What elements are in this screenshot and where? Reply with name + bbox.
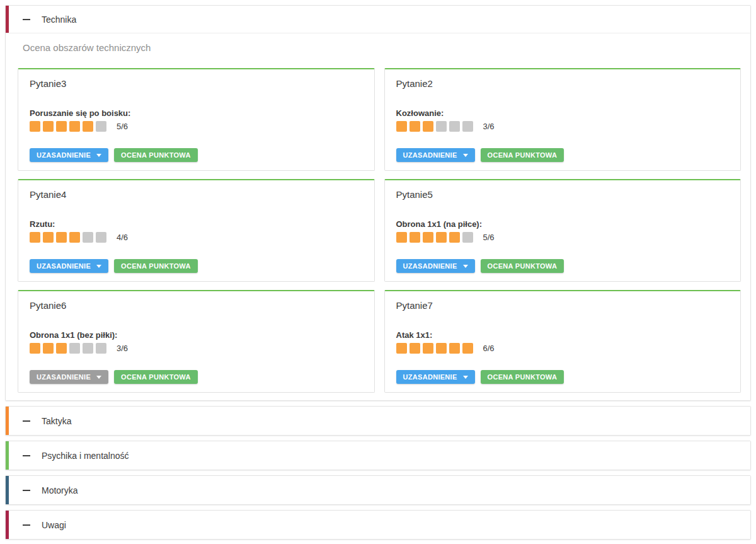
accent-bar [6, 407, 9, 435]
rating-square-empty[interactable] [83, 343, 93, 354]
rating-square-filled[interactable] [30, 343, 40, 354]
rating-square-empty[interactable] [83, 232, 93, 243]
rating-row: 5/6 [396, 232, 730, 243]
question-card: Pytanie7 Atak 1x1: 6/6 UZASADNIENIE OCEN… [384, 290, 742, 393]
rating-square-filled[interactable] [423, 121, 433, 132]
dropdown-caret-icon [463, 154, 468, 157]
section-header-technika[interactable]: Technika [6, 6, 750, 33]
rating-square-filled[interactable] [30, 121, 40, 132]
ocena-punktowa-button-label: OCENA PUNKTOWA [488, 151, 558, 159]
rating-square-filled[interactable] [43, 232, 54, 243]
question-card-title: Pytanie7 [396, 300, 730, 311]
dropdown-caret-icon [96, 265, 101, 268]
rating-square-filled[interactable] [56, 343, 67, 354]
ocena-punktowa-button[interactable]: OCENA PUNKTOWA [114, 148, 198, 162]
uzasadnienie-button-label: UZASADNIENIE [403, 373, 457, 381]
rating-square-filled[interactable] [423, 343, 433, 354]
rating-square-filled[interactable] [410, 343, 420, 354]
section-title: Psychika i mentalność [42, 451, 129, 461]
ocena-punktowa-button[interactable]: OCENA PUNKTOWA [481, 370, 564, 384]
rating-row: 3/6 [396, 121, 730, 132]
rating-square-filled[interactable] [396, 121, 407, 132]
question-label: Kozłowanie: [396, 108, 730, 118]
rating-square-filled[interactable] [43, 121, 54, 132]
card-actions: UZASADNIENIE OCENA PUNKTOWA [30, 259, 363, 273]
section-title: Motoryka [42, 485, 78, 495]
rating-row: 5/6 [30, 121, 363, 132]
section-header-motoryka[interactable]: Motoryka [6, 476, 750, 504]
rating-square-filled[interactable] [410, 232, 420, 243]
collapse-minus-icon [23, 455, 30, 456]
question-label: Rzutu: [30, 219, 363, 229]
rating-square-filled[interactable] [462, 343, 473, 354]
accent-bar [6, 511, 9, 539]
uzasadnienie-button[interactable]: UZASADNIENIE [30, 259, 108, 273]
uzasadnienie-button[interactable]: UZASADNIENIE [396, 259, 475, 273]
rating-square-filled[interactable] [43, 343, 54, 354]
section-title: Technika [42, 14, 76, 25]
rating-square-filled[interactable] [69, 232, 80, 243]
rating-square-empty[interactable] [96, 343, 106, 354]
section-title: Uwagi [42, 520, 66, 530]
rating-square-filled[interactable] [436, 232, 447, 243]
rating-score: 6/6 [483, 344, 495, 353]
uzasadnienie-button[interactable]: UZASADNIENIE [396, 370, 475, 384]
rating-square-filled[interactable] [30, 232, 40, 243]
collapse-minus-icon [23, 524, 30, 526]
rating-square-filled[interactable] [396, 232, 407, 243]
rating-score: 5/6 [117, 122, 128, 131]
rating-square-empty[interactable] [96, 121, 106, 132]
rating-score: 3/6 [483, 122, 495, 131]
rating-squares [396, 343, 476, 354]
rating-squares [30, 232, 109, 243]
rating-square-filled[interactable] [449, 232, 460, 243]
rating-squares [30, 343, 109, 354]
rating-row: 6/6 [396, 343, 730, 354]
rating-square-filled[interactable] [410, 121, 420, 132]
rating-square-filled[interactable] [436, 343, 447, 354]
ocena-punktowa-button[interactable]: OCENA PUNKTOWA [481, 148, 564, 162]
uzasadnienie-button[interactable]: UZASADNIENIE [30, 370, 108, 384]
card-actions: UZASADNIENIE OCENA PUNKTOWA [30, 370, 363, 384]
ocena-punktowa-button-label: OCENA PUNKTOWA [488, 262, 558, 270]
ocena-punktowa-button[interactable]: OCENA PUNKTOWA [114, 259, 198, 273]
ocena-punktowa-button-label: OCENA PUNKTOWA [121, 151, 191, 159]
ocena-punktowa-button[interactable]: OCENA PUNKTOWA [114, 370, 198, 384]
section-header-uwagi[interactable]: Uwagi [6, 511, 750, 539]
rating-square-empty[interactable] [449, 121, 460, 132]
accordion-section-motoryka: Motoryka [5, 475, 751, 505]
question-card-title: Pytanie3 [30, 78, 363, 89]
rating-square-empty[interactable] [69, 343, 80, 354]
rating-square-filled[interactable] [56, 232, 67, 243]
ocena-punktowa-button[interactable]: OCENA PUNKTOWA [481, 259, 564, 273]
section-header-taktyka[interactable]: Taktyka [6, 407, 750, 435]
rating-square-empty[interactable] [436, 121, 447, 132]
uzasadnienie-button[interactable]: UZASADNIENIE [396, 148, 475, 162]
section-header-psychika[interactable]: Psychika i mentalność [6, 441, 750, 470]
rating-square-empty[interactable] [462, 232, 473, 243]
rating-square-filled[interactable] [396, 343, 407, 354]
rating-square-empty[interactable] [96, 232, 106, 243]
collapse-minus-icon [23, 490, 30, 491]
uzasadnienie-button[interactable]: UZASADNIENIE [30, 148, 108, 162]
rating-square-filled[interactable] [83, 121, 93, 132]
rating-square-filled[interactable] [69, 121, 80, 132]
rating-square-filled[interactable] [423, 232, 433, 243]
dropdown-caret-icon [463, 376, 468, 379]
dropdown-caret-icon [463, 265, 468, 268]
technika-panel-body: Ocena obszarów technicznych Pytanie3 Por… [6, 33, 750, 400]
question-card: Pytanie3 Poruszanie się po boisku: 5/6 U… [18, 68, 375, 171]
question-card-title: Pytanie2 [396, 78, 730, 89]
rating-row: 4/6 [30, 232, 363, 243]
rating-row: 3/6 [30, 343, 363, 354]
rating-square-empty[interactable] [462, 121, 473, 132]
accordion-section-technika: Technika Ocena obszarów technicznych Pyt… [5, 5, 751, 401]
dropdown-caret-icon [96, 376, 101, 379]
accordion-section-taktyka: Taktyka [5, 406, 751, 436]
uzasadnienie-button-label: UZASADNIENIE [37, 262, 91, 270]
ocena-punktowa-button-label: OCENA PUNKTOWA [121, 262, 191, 270]
rating-squares [30, 121, 109, 132]
rating-square-filled[interactable] [449, 343, 460, 354]
rating-square-filled[interactable] [56, 121, 67, 132]
accent-bar [6, 441, 9, 470]
